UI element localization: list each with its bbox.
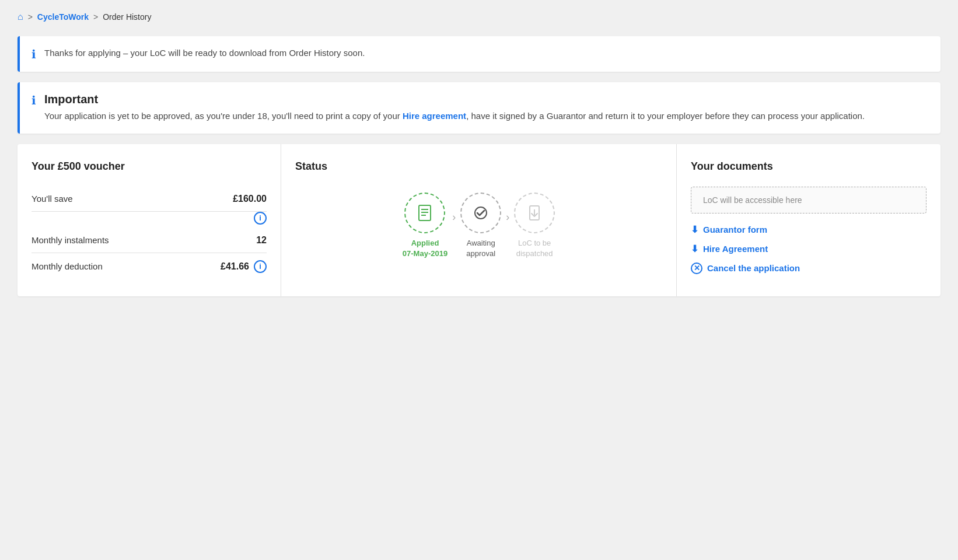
- voucher-title: Your £500 voucher: [32, 160, 267, 173]
- info-icon-1: ℹ: [32, 47, 36, 61]
- voucher-save-value: £160.00: [233, 194, 267, 204]
- guarantor-download-icon: ⬇: [691, 224, 698, 235]
- status-step-loc: LoC to be dispatched: [514, 192, 555, 259]
- voucher-section: Your £500 voucher You'll save £160.00 i …: [18, 144, 281, 296]
- banner2-title: Important: [44, 93, 865, 106]
- status-circle-loc: [514, 192, 555, 233]
- voucher-save-label: You'll save: [32, 194, 73, 204]
- breadcrumb-order-history: Order History: [103, 12, 151, 22]
- info-banner-2: ℹ Important Your application is yet to b…: [18, 82, 940, 134]
- banner2-text-before: Your application is yet to be approved, …: [44, 111, 403, 121]
- cancel-application-label: Cancel the application: [707, 263, 800, 273]
- voucher-save-row: You'll save £160.00: [32, 187, 267, 212]
- voucher-instalments-row: Monthly instalments 12: [32, 228, 267, 253]
- loc-placeholder-box: LoC will be accessible here: [691, 187, 926, 214]
- voucher-instalments-value: 12: [256, 235, 267, 246]
- info-icon-2: ℹ: [32, 93, 36, 107]
- status-step-awaiting: Awaiting approval: [460, 192, 501, 259]
- deduction-info-icon[interactable]: i: [254, 260, 267, 273]
- banner2-text-after: , have it signed by a Guarantor and retu…: [466, 111, 865, 121]
- main-card-grid: Your £500 voucher You'll save £160.00 i …: [18, 144, 940, 296]
- status-arrow-2: ›: [506, 211, 509, 223]
- status-step-applied: Applied 07-May-2019: [403, 192, 447, 259]
- banner2-content: Important Your application is yet to be …: [44, 93, 865, 123]
- voucher-deduction-value: £41.66 i: [221, 260, 267, 273]
- status-flow: Applied 07-May-2019 › Awaiting approval …: [295, 187, 662, 259]
- guarantor-form-link[interactable]: ⬇ Guarantor form: [691, 224, 926, 235]
- hire-download-icon: ⬇: [691, 243, 698, 254]
- status-label-loc: LoC to be dispatched: [516, 238, 553, 259]
- documents-section: Your documents LoC will be accessible he…: [677, 144, 940, 296]
- breadcrumb-sep2: >: [93, 12, 98, 22]
- status-circle-applied: [404, 192, 445, 233]
- status-title: Status: [295, 160, 662, 173]
- home-icon[interactable]: ⌂: [18, 12, 23, 22]
- breadcrumb-sep1: >: [28, 12, 33, 22]
- voucher-deduction-label: Monthly deduction: [32, 261, 103, 271]
- hire-agreement-doc-link[interactable]: ⬇ Hire Agreement: [691, 243, 926, 254]
- banner1-text: Thanks for applying – your LoC will be r…: [44, 47, 365, 60]
- voucher-deduction-row: Monthly deduction £41.66 i: [32, 253, 267, 280]
- save-info-icon[interactable]: i: [254, 212, 267, 225]
- documents-title: Your documents: [691, 160, 926, 173]
- status-label-applied: Applied 07-May-2019: [403, 238, 447, 259]
- hire-agreement-link[interactable]: Hire agreement: [403, 111, 466, 121]
- status-arrow-1: ›: [452, 211, 456, 223]
- status-section: Status Applied 07-May-2019 ›: [281, 144, 677, 296]
- cancel-icon: ✕: [691, 262, 702, 274]
- voucher-instalments-label: Monthly instalments: [32, 235, 109, 245]
- guarantor-form-label: Guarantor form: [703, 225, 767, 235]
- status-circle-awaiting: [460, 192, 501, 233]
- status-label-awaiting: Awaiting approval: [466, 238, 495, 259]
- hire-agreement-label: Hire Agreement: [703, 244, 768, 254]
- breadcrumb-cycletowork[interactable]: CycleToWork: [37, 12, 89, 22]
- breadcrumb: ⌂ > CycleToWork > Order History: [18, 12, 940, 22]
- info-banner-1: ℹ Thanks for applying – your LoC will be…: [18, 36, 940, 72]
- cancel-application-link[interactable]: ✕ Cancel the application: [691, 262, 926, 274]
